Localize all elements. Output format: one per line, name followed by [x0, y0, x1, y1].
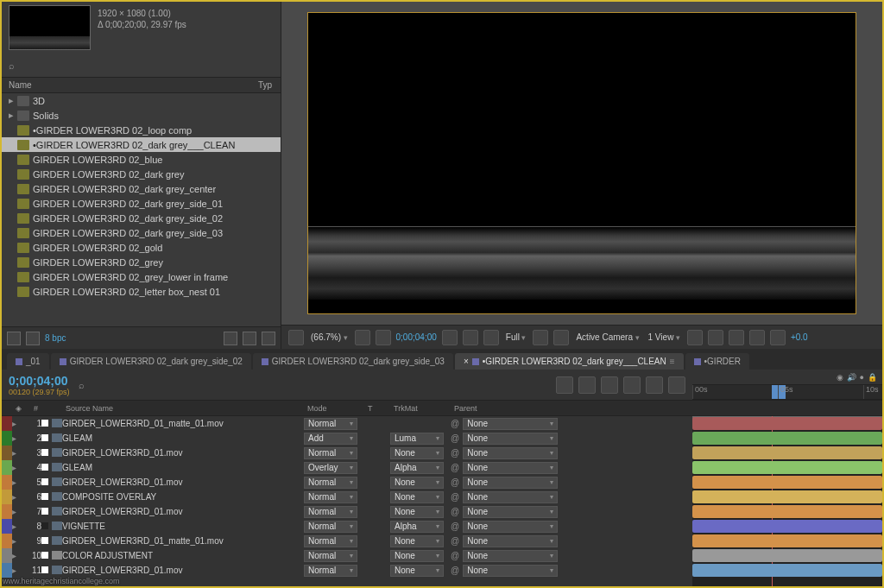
viewer-canvas[interactable] — [307, 12, 856, 314]
layer-bar[interactable] — [692, 432, 882, 445]
blend-mode-dropdown[interactable]: Normal — [304, 521, 357, 533]
channels-button[interactable] — [463, 330, 478, 345]
project-col-type[interactable]: Typ — [255, 78, 281, 92]
layer-name[interactable]: GLEAM — [62, 433, 304, 443]
timeline-button[interactable] — [729, 330, 744, 345]
draft3d-button[interactable] — [578, 376, 596, 394]
blend-mode-dropdown[interactable]: Normal — [304, 447, 357, 459]
trkmat-dropdown[interactable]: None — [390, 477, 444, 489]
trkmat-dropdown[interactable]: None — [390, 491, 444, 503]
snapshot-button[interactable] — [442, 330, 458, 345]
layer-row[interactable]: ▸ 5 GIRDER_LOWER3RD_01.mov Normal None @… — [2, 475, 692, 490]
layer-row[interactable]: ▸ 3 GIRDER_LOWER3RD_01.mov Normal None @… — [2, 446, 692, 460]
parent-dropdown[interactable]: None — [463, 506, 558, 518]
layer-bar[interactable] — [692, 490, 882, 503]
parent-dropdown[interactable]: None — [463, 535, 558, 547]
parent-pickwhip-icon[interactable]: @ — [451, 566, 459, 575]
layer-name[interactable]: GIRDER_LOWER3RD_01_matte_01.mov — [62, 419, 304, 428]
project-item[interactable]: GIRDER LOWER3RD 02_blue — [2, 152, 281, 167]
zoom-dropdown[interactable]: (66.7%) — [309, 332, 350, 342]
time-ruler[interactable]: 00s05s10s — [692, 385, 882, 400]
reset-exposure-button[interactable] — [770, 330, 786, 345]
flowchart-button[interactable] — [749, 330, 765, 345]
layer-bar[interactable] — [692, 549, 882, 562]
parent-pickwhip-icon[interactable]: @ — [451, 433, 459, 443]
project-item[interactable]: GIRDER LOWER3RD 02_grey — [2, 255, 281, 269]
col-source-name[interactable]: Source Name — [62, 401, 304, 415]
project-item[interactable]: GIRDER LOWER3RD 02_letter box_nest 01 — [2, 284, 281, 299]
views-dropdown[interactable]: 1 View — [647, 332, 682, 342]
timeline-tab[interactable]: GIRDER LOWER3RD 02_dark grey_side_03 — [253, 353, 453, 370]
camera-dropdown[interactable]: Active Camera — [574, 332, 641, 342]
timeline-search-input[interactable] — [85, 378, 214, 391]
layer-bar[interactable] — [692, 461, 882, 474]
color-mgmt-button[interactable] — [483, 330, 499, 345]
timeline-tab[interactable]: _01 — [7, 353, 49, 370]
grid-button[interactable] — [355, 330, 370, 345]
layer-name[interactable]: COMPOSITE OVERLAY — [62, 492, 304, 502]
layer-bars-area[interactable] — [692, 416, 882, 586]
layer-bar[interactable] — [692, 505, 882, 518]
project-item[interactable]: GIRDER LOWER3RD 02_dark grey — [2, 167, 281, 181]
motion-blur-button[interactable] — [646, 376, 663, 394]
blend-mode-dropdown[interactable]: Normal — [304, 535, 357, 547]
project-item[interactable]: GIRDER LOWER3RD 02_dark grey_side_02 — [2, 211, 281, 225]
project-item[interactable]: ▸3D — [2, 93, 281, 108]
blend-mode-dropdown[interactable]: Normal — [304, 418, 357, 430]
trkmat-dropdown[interactable]: Alpha — [390, 462, 444, 474]
transparency-grid-button[interactable] — [553, 330, 569, 345]
project-item[interactable]: GIRDER LOWER3RD 02_dark grey_side_01 — [2, 196, 281, 211]
parent-pickwhip-icon[interactable]: @ — [451, 492, 459, 502]
trkmat-dropdown[interactable]: None — [390, 550, 444, 562]
timeline-timecode[interactable]: 0;00;04;00 — [9, 374, 70, 388]
trkmat-dropdown[interactable]: Luma — [390, 433, 444, 445]
parent-dropdown[interactable]: None — [463, 433, 558, 445]
layer-row[interactable]: ▸ 6 COMPOSITE OVERLAY Normal None @None — [2, 490, 692, 504]
layer-row[interactable]: ▸ 1 GIRDER_LOWER3RD_01_matte_01.mov Norm… — [2, 416, 692, 431]
layer-name[interactable]: GIRDER_LOWER3RD_01_matte_01.mov — [62, 536, 304, 546]
layer-row[interactable]: ▸ 7 GIRDER_LOWER3RD_01.mov Normal None @… — [2, 504, 692, 519]
blend-mode-dropdown[interactable]: Add — [304, 433, 357, 445]
parent-dropdown[interactable]: None — [463, 521, 558, 533]
parent-pickwhip-icon[interactable]: @ — [451, 507, 459, 516]
layer-name[interactable]: GIRDER_LOWER3RD_01.mov — [62, 566, 304, 575]
parent-dropdown[interactable]: None — [463, 565, 558, 577]
timeline-tab[interactable]: ×•GIRDER LOWER3RD 02_dark grey___CLEAN≡ — [455, 353, 684, 370]
parent-pickwhip-icon[interactable]: @ — [451, 448, 459, 458]
parent-pickwhip-icon[interactable]: @ — [451, 419, 459, 428]
timeline-tab[interactable]: •GIRDER — [685, 353, 749, 370]
parent-pickwhip-icon[interactable]: @ — [451, 551, 459, 560]
layer-bar[interactable] — [692, 534, 882, 547]
layer-row[interactable]: ▸ 9 GIRDER_LOWER3RD_01_matte_01.mov Norm… — [2, 534, 692, 548]
pixel-aspect-button[interactable] — [687, 330, 703, 345]
layer-name[interactable]: COLOR ADJUSTMENT — [62, 551, 304, 560]
project-item[interactable]: •GIRDER LOWER3RD 02_loop comp — [2, 123, 281, 137]
shy-button[interactable] — [601, 376, 618, 394]
audio-column-icon[interactable]: 🔊 — [847, 373, 856, 382]
alpha-toggle-button[interactable] — [288, 330, 304, 345]
new-folder-button[interactable] — [243, 332, 256, 345]
layer-name[interactable]: GIRDER_LOWER3RD_01.mov — [62, 477, 304, 487]
blend-mode-dropdown[interactable]: Normal — [304, 491, 357, 503]
parent-dropdown[interactable]: None — [463, 418, 558, 430]
trkmat-dropdown[interactable]: None — [390, 506, 444, 518]
layer-name[interactable]: GIRDER_LOWER3RD_01.mov — [62, 507, 304, 516]
blend-mode-dropdown[interactable]: Normal — [304, 565, 357, 577]
fast-preview-button[interactable] — [708, 330, 723, 345]
parent-dropdown[interactable]: None — [463, 550, 558, 562]
project-search-input[interactable] — [18, 59, 274, 72]
frame-blend-button[interactable] — [623, 376, 641, 394]
layer-row[interactable]: ▸ 11 GIRDER_LOWER3RD_01.mov Normal None … — [2, 563, 692, 578]
layer-bar[interactable] — [692, 417, 882, 430]
trkmat-dropdown[interactable]: None — [390, 565, 444, 577]
blend-mode-dropdown[interactable]: Normal — [304, 550, 357, 562]
layer-bar[interactable] — [692, 520, 882, 533]
project-item[interactable]: ▸Solids — [2, 108, 281, 123]
parent-dropdown[interactable]: None — [463, 477, 558, 489]
bpc-button[interactable]: 8 bpc — [45, 333, 66, 343]
parent-pickwhip-icon[interactable]: @ — [451, 477, 459, 487]
solo-column-icon[interactable]: ● — [860, 373, 864, 382]
layer-row[interactable]: ▸ 4 GLEAM Overlay Alpha @None — [2, 460, 692, 475]
comp-mini-flowchart-button[interactable] — [556, 376, 573, 394]
layer-bar[interactable] — [692, 476, 882, 489]
